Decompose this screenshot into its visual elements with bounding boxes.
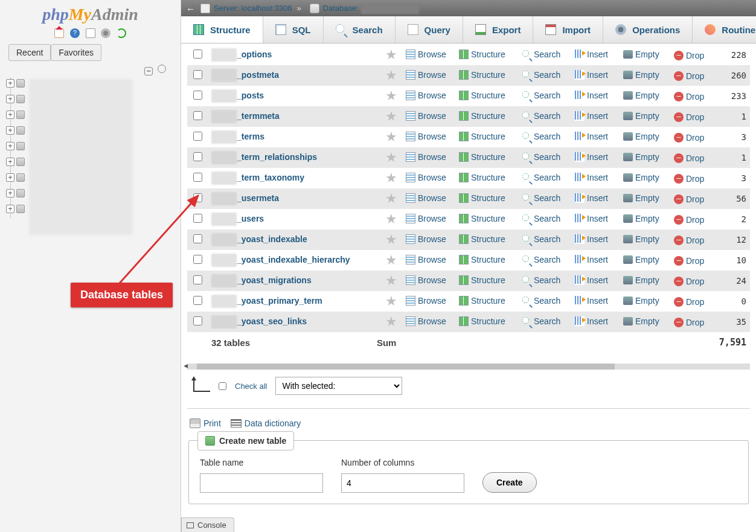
drop-action[interactable]: –Drop <box>674 153 704 163</box>
search-action[interactable]: Search <box>522 132 560 141</box>
insert-action[interactable]: Insert <box>575 214 608 223</box>
data-dictionary-link[interactable]: Data dictionary <box>231 418 301 428</box>
drop-action[interactable]: –Drop <box>674 297 704 307</box>
table-name-link[interactable]: _users <box>211 214 264 223</box>
empty-action[interactable]: Empty <box>623 70 659 80</box>
table-name-link[interactable]: _terms <box>211 132 264 141</box>
empty-action[interactable]: Empty <box>623 91 659 100</box>
tree-node[interactable]: + <box>6 158 25 166</box>
favorite-star-icon[interactable]: ★ <box>385 232 397 247</box>
browse-action[interactable]: Browse <box>406 255 446 264</box>
tree-node[interactable]: + <box>6 111 25 119</box>
insert-action[interactable]: Insert <box>575 275 608 285</box>
structure-action[interactable]: Structure <box>459 193 505 203</box>
structure-action[interactable]: Structure <box>459 132 505 141</box>
drop-action[interactable]: –Drop <box>674 318 704 327</box>
structure-action[interactable]: Structure <box>459 70 505 80</box>
table-name-link[interactable]: _postmeta <box>211 70 279 80</box>
table-name-input[interactable] <box>200 473 323 493</box>
tab-export[interactable]: Export <box>463 16 534 43</box>
drop-action[interactable]: –Drop <box>674 133 704 143</box>
search-action[interactable]: Search <box>522 296 560 306</box>
structure-action[interactable]: Structure <box>459 50 505 59</box>
structure-action[interactable]: Structure <box>459 234 505 244</box>
tree-node[interactable]: + <box>6 79 25 88</box>
favorite-star-icon[interactable]: ★ <box>385 293 397 309</box>
expand-icon[interactable]: + <box>6 95 14 103</box>
favorite-star-icon[interactable]: ★ <box>385 68 397 83</box>
drop-action[interactable]: –Drop <box>674 256 704 266</box>
tab-query[interactable]: Query <box>396 16 463 43</box>
structure-action[interactable]: Structure <box>459 255 505 264</box>
check-all-checkbox[interactable] <box>219 382 226 390</box>
expand-icon[interactable]: + <box>6 158 14 166</box>
empty-action[interactable]: Empty <box>623 152 659 162</box>
search-action[interactable]: Search <box>522 111 560 121</box>
row-checkbox[interactable] <box>193 193 202 202</box>
table-name-link[interactable]: _yoast_indexable <box>211 234 307 244</box>
row-checkbox[interactable] <box>193 132 202 141</box>
structure-action[interactable]: Structure <box>459 91 505 100</box>
table-name-link[interactable]: _yoast_indexable_hierarchy <box>211 255 350 264</box>
drop-action[interactable]: –Drop <box>674 71 704 81</box>
horizontal-scrollbar[interactable]: ◂ <box>187 364 750 370</box>
tree-node[interactable]: + <box>6 173 25 182</box>
tab-favorites[interactable]: Favorites <box>51 44 101 61</box>
expand-icon[interactable]: + <box>6 205 14 213</box>
insert-action[interactable]: Insert <box>575 111 608 121</box>
collapse-all-icon[interactable]: – <box>144 67 153 75</box>
search-action[interactable]: Search <box>522 193 560 203</box>
expand-icon[interactable]: + <box>6 79 14 88</box>
row-checkbox[interactable] <box>193 316 202 325</box>
breadcrumb-server[interactable]: Server: localhost:3306 <box>214 4 292 13</box>
favorite-star-icon[interactable]: ★ <box>385 211 397 226</box>
expand-icon[interactable]: + <box>6 189 14 197</box>
table-name-link[interactable]: _term_taxonomy <box>211 173 304 182</box>
tree-node[interactable]: + <box>6 126 25 135</box>
favorite-star-icon[interactable]: ★ <box>385 191 397 206</box>
reload-icon[interactable] <box>117 28 126 38</box>
expand-icon[interactable]: + <box>6 126 14 135</box>
browse-action[interactable]: Browse <box>406 214 446 223</box>
browse-action[interactable]: Browse <box>406 173 446 182</box>
expand-icon[interactable]: + <box>6 173 14 182</box>
empty-action[interactable]: Empty <box>623 193 659 203</box>
scroll-left-icon[interactable]: ◂ <box>184 361 188 370</box>
browse-action[interactable]: Browse <box>406 111 446 121</box>
row-checkbox[interactable] <box>193 275 202 284</box>
search-action[interactable]: Search <box>522 214 560 223</box>
insert-action[interactable]: Insert <box>575 316 608 326</box>
tab-structure[interactable]: Structure <box>181 16 263 43</box>
insert-action[interactable]: Insert <box>575 234 608 244</box>
empty-action[interactable]: Empty <box>623 214 659 223</box>
browse-action[interactable]: Browse <box>406 234 446 244</box>
browse-action[interactable]: Browse <box>406 152 446 162</box>
row-checkbox[interactable] <box>193 111 202 120</box>
row-checkbox[interactable] <box>193 152 202 161</box>
docs-icon[interactable] <box>86 28 95 38</box>
console-tab[interactable]: Console <box>181 518 234 532</box>
row-checkbox[interactable] <box>193 173 202 182</box>
tree-node[interactable]: + <box>6 189 25 197</box>
structure-action[interactable]: Structure <box>459 152 505 162</box>
tab-sql[interactable]: SQL <box>263 16 324 43</box>
insert-action[interactable]: Insert <box>575 152 608 162</box>
expand-icon[interactable]: + <box>6 111 14 119</box>
num-columns-input[interactable] <box>341 473 464 493</box>
search-action[interactable]: Search <box>522 152 560 162</box>
favorite-star-icon[interactable]: ★ <box>385 109 397 124</box>
empty-action[interactable]: Empty <box>623 316 659 326</box>
search-action[interactable]: Search <box>522 316 560 326</box>
help-icon[interactable]: ? <box>70 28 80 38</box>
tree-node[interactable]: + <box>6 95 25 103</box>
breadcrumb-database[interactable]: Database: <box>323 4 359 13</box>
structure-action[interactable]: Structure <box>459 173 505 182</box>
back-arrow-icon[interactable]: ← <box>186 4 197 13</box>
browse-action[interactable]: Browse <box>406 275 446 285</box>
search-action[interactable]: Search <box>522 91 560 100</box>
row-checkbox[interactable] <box>193 255 202 264</box>
drop-action[interactable]: –Drop <box>674 194 704 204</box>
tree-node[interactable]: + <box>6 142 25 150</box>
insert-action[interactable]: Insert <box>575 70 608 80</box>
insert-action[interactable]: Insert <box>575 255 608 264</box>
